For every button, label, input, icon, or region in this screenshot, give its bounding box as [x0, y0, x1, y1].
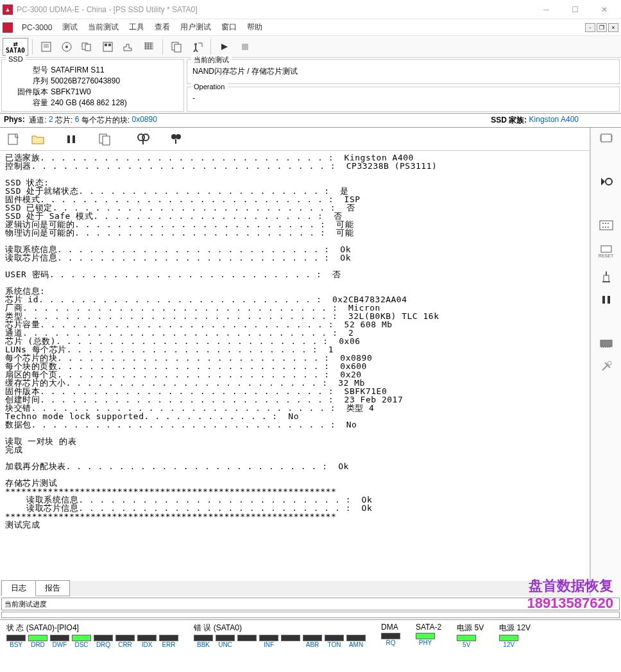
status-error-label: 错 误 (SATA0) [194, 623, 366, 633]
tab-report[interactable]: 报告 [35, 580, 70, 596]
menu-app[interactable]: PC-3000 [17, 22, 57, 33]
menu-user-test[interactable]: 用户测试 [175, 21, 216, 34]
log-open-icon[interactable] [28, 130, 47, 148]
chip-value: 6 [75, 115, 80, 126]
svg-point-33 [171, 134, 176, 139]
svg-point-49 [602, 227, 604, 228]
tool-btn-5[interactable] [119, 38, 138, 56]
main-area: 已选家族. . . . . . . . . . . . . . . . . . … [0, 128, 621, 596]
blocks-label: 每个芯片的块: [81, 115, 130, 126]
play-button[interactable] [215, 38, 234, 56]
sata2-item: PHY [416, 639, 435, 646]
status-dma-group: DMA RQ [381, 623, 400, 646]
stop-button[interactable] [235, 38, 255, 56]
tool-btn-copy[interactable] [167, 38, 186, 56]
pause-side-button[interactable] [596, 292, 617, 307]
tools-icon[interactable] [596, 359, 617, 374]
right-toolbar: RESET [590, 128, 621, 596]
tool-btn-exit[interactable] [187, 38, 207, 56]
log-output[interactable]: 已选家族. . . . . . . . . . . . . . . . . . … [0, 151, 590, 581]
log-tabs: 日志 报告 [0, 581, 590, 596]
sata-port-indicator[interactable]: ⇄ SATA0 [3, 38, 28, 56]
chip-dark-icon[interactable] [596, 336, 617, 351]
svg-rect-18 [174, 44, 181, 52]
svg-point-48 [608, 223, 609, 224]
state-label-err: ERR [159, 641, 178, 648]
state-label-idx: IDX [137, 641, 157, 648]
channel-label: 通道: [29, 115, 46, 126]
state-led-dsc [72, 635, 91, 641]
toolbar-main: ⇄ SATA0 [0, 36, 621, 58]
pause-button[interactable] [62, 130, 81, 148]
mdi-restore[interactable]: ❐ [597, 23, 607, 32]
power-icon[interactable] [596, 269, 617, 284]
phys-bar: Phys: 通道: 2 芯片: 6 每个芯片的块: 0x0890 SSD 家族:… [0, 114, 621, 128]
svg-point-19 [194, 43, 197, 46]
step-right-icon[interactable] [596, 174, 617, 189]
close-button[interactable]: ✕ [590, 1, 618, 19]
log-new-icon[interactable] [4, 130, 23, 148]
tool-btn-3[interactable] [78, 38, 97, 56]
test-box-title: 当前的测试 [191, 55, 232, 65]
svg-rect-36 [601, 134, 611, 142]
ssd-info-box: SSD 型号SATAFIRM S11 序列50026B7276043890 固件… [1, 59, 184, 112]
search-icon[interactable] [133, 130, 153, 148]
svg-rect-52 [601, 246, 611, 252]
phys-label: Phys: [4, 115, 25, 126]
svg-point-34 [176, 134, 181, 139]
svg-point-50 [605, 227, 606, 228]
tool-btn-2[interactable] [57, 38, 76, 56]
mdi-minimize[interactable]: - [585, 23, 595, 32]
svg-rect-9 [108, 44, 111, 46]
svg-point-47 [605, 223, 606, 224]
p12-led [499, 635, 518, 641]
status-12v-group: 电源 12V 12V [499, 623, 531, 648]
tab-log[interactable]: 日志 [1, 580, 36, 596]
err-label-6: TON [325, 641, 344, 648]
menu-window[interactable]: 窗口 [216, 21, 242, 34]
copy-button[interactable] [95, 130, 114, 148]
status-sata2-group: SATA-2 PHY [416, 623, 441, 646]
svg-rect-56 [602, 296, 605, 304]
err-label-5: ABR [303, 641, 322, 648]
search-next-icon[interactable] [167, 130, 186, 148]
maximize-button[interactable]: ☐ [561, 1, 590, 19]
svg-rect-25 [8, 134, 17, 144]
capacity-label: 容量 [7, 98, 51, 108]
state-led-drd [28, 635, 47, 641]
state-label-crr: CRR [115, 641, 135, 648]
minimize-button[interactable]: ─ [532, 1, 561, 19]
p5-label: 电源 5V [457, 623, 484, 633]
state-led-idx [137, 635, 157, 641]
err-led-2 [237, 635, 257, 641]
menu-help[interactable]: 帮助 [242, 21, 268, 34]
dma-label: DMA [381, 623, 400, 632]
tool-btn-1[interactable] [37, 38, 56, 56]
mdi-close[interactable]: × [608, 23, 618, 32]
op-box-value: - [192, 92, 614, 104]
sata2-label: SATA-2 [416, 623, 441, 632]
state-label-drq: DRQ [94, 641, 113, 648]
err-label-4 [281, 641, 300, 648]
err-led-5 [303, 635, 322, 641]
svg-rect-6 [85, 44, 90, 51]
blocks-value: 0x0890 [132, 115, 157, 126]
tool-btn-4[interactable] [98, 38, 117, 56]
svg-point-44 [606, 178, 612, 185]
menu-view[interactable]: 查看 [149, 21, 175, 34]
chip-icon[interactable] [596, 130, 617, 146]
err-led-7 [346, 635, 366, 641]
titlebar: ▲ PC-3000 UDMA-E - China - [PS SSD Utili… [0, 0, 621, 19]
menu-test[interactable]: 测试 [57, 21, 83, 34]
menu-tools[interactable]: 工具 [124, 21, 149, 34]
reset-button[interactable]: RESET [596, 241, 617, 261]
menu-current-test[interactable]: 当前测试 [83, 21, 124, 34]
err-led-0 [194, 635, 213, 641]
status-state-group: 状 态 (SATA0)-[PIO4] BSYDRDDWFDSCDRQCRRIDX… [6, 623, 178, 648]
op-box-title: Operation [191, 83, 227, 90]
board-icon[interactable] [596, 218, 617, 233]
menubar: PC-3000 测试 当前测试 工具 查看 用户测试 窗口 帮助 - ❐ × [0, 19, 621, 36]
err-label-7: AMN [346, 641, 366, 648]
svg-rect-27 [72, 135, 75, 143]
tool-btn-6[interactable] [139, 38, 158, 56]
